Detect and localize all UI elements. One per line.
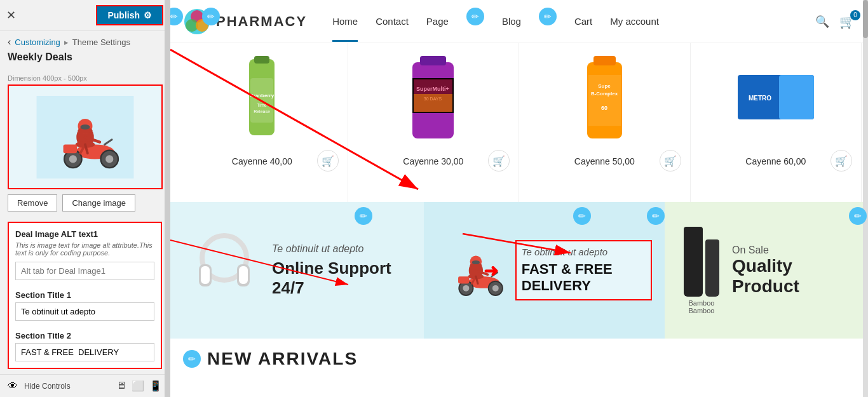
bamboo-tube-small: [705, 239, 719, 297]
gear-icon: ⚙: [144, 10, 152, 20]
edit-pencil-arrivals[interactable]: ✏: [183, 350, 201, 368]
bamboo-tubes: [684, 227, 719, 297]
add-to-cart-2[interactable]: 🛒: [488, 150, 510, 172]
quality-title: Quality Product: [732, 256, 849, 297]
nav-myaccount[interactable]: My account: [610, 16, 659, 27]
section-title1-input[interactable]: [15, 302, 154, 321]
banner-delivery: Te obtinuit ut adepto FAST & FREE DELIVE…: [424, 202, 665, 339]
product-card-4: METRO 🛒 Cayenne 60,00: [691, 43, 862, 202]
alt-text-input[interactable]: [15, 262, 154, 280]
edit-pencil-banner1[interactable]: ✏: [355, 207, 372, 225]
cart-icon[interactable]: 🛒 0: [839, 14, 855, 29]
cart-badge: 0: [850, 10, 860, 20]
hide-icon: 👁: [8, 380, 18, 392]
remove-image-button[interactable]: Remove: [8, 194, 57, 212]
svg-point-56: [492, 285, 499, 291]
svg-rect-21: [254, 56, 269, 64]
publish-label: Publish: [107, 10, 140, 20]
svg-text:METRO: METRO: [749, 95, 771, 102]
breadcrumb-separator: ▸: [64, 37, 69, 47]
banner-left-title: Online Support 24/7: [272, 259, 405, 298]
new-arrivals-heading: NEW ARRIVALS: [207, 349, 358, 369]
edit-pencil-nav1[interactable]: ✏: [170, 8, 183, 25]
svg-point-58: [463, 285, 469, 291]
logo-area: PHARMACY: [183, 8, 307, 36]
banner-left-text: Te obtinuit ut adepto Online Support 24/…: [272, 243, 405, 298]
add-to-cart-4[interactable]: 🛒: [831, 150, 852, 172]
left-panel: ✕ Publish ⚙ ‹ Customizing ▸ Theme Settin…: [0, 0, 170, 397]
section-title2-input[interactable]: [15, 343, 154, 361]
cranberry-bottle-img: Cranberry Time Release: [236, 53, 287, 148]
edit-pencil-banner3[interactable]: ✏: [647, 207, 665, 225]
product-name-4: Cayenne 60,00: [745, 156, 806, 166]
image-preview-section: Dimension 400px - 500px: [0, 69, 170, 217]
product-img-2: SuperMulti+ 30 DAYS: [355, 50, 513, 151]
svg-point-4: [80, 124, 90, 130]
banner-left-subtitle: Te obtinuit ut adepto: [272, 243, 405, 255]
breadcrumb-theme-settings[interactable]: Theme Settings: [72, 37, 130, 47]
product-name-1: Cayenne 40,00: [232, 156, 292, 166]
banner-section: ✏ ✏ ✏ ✏ Te obtinuit ut adepto Online Sup…: [170, 202, 868, 339]
image-box: [8, 84, 163, 189]
svg-rect-32: [414, 94, 452, 112]
mobile-icon[interactable]: 📱: [149, 380, 162, 392]
metro-box-img: METRO: [735, 72, 817, 129]
edit-pencil-nav2[interactable]: ✏: [202, 8, 220, 25]
product-img-3: Supe B-Complex 60: [526, 50, 684, 151]
svg-rect-12: [64, 144, 77, 153]
product-name-3: Cayenne 50,00: [574, 156, 635, 166]
scrollbar[interactable]: [165, 0, 170, 397]
nav-cart[interactable]: Cart: [574, 16, 592, 27]
tablet-icon[interactable]: ⬜: [132, 380, 144, 392]
add-to-cart-3[interactable]: 🛒: [660, 150, 681, 172]
svg-rect-40: [779, 75, 814, 119]
main-scrollbar[interactable]: [863, 0, 868, 397]
product-name-2: Cayenne 30,00: [403, 156, 463, 166]
close-button[interactable]: ✕: [6, 8, 16, 22]
back-arrow-icon[interactable]: ‹: [8, 36, 11, 48]
product-card-2: SuperMulti+ 30 DAYS 🛒 Cayenne 30,00: [348, 43, 520, 202]
svg-rect-27: [420, 56, 446, 65]
scrollbar-thumb: [863, 0, 868, 38]
product-card-1: Cranberry Time Release 🛒 Cayenne 40,00: [177, 43, 348, 202]
scooter-illustration: [34, 96, 136, 178]
search-icon[interactable]: 🔍: [815, 15, 829, 29]
right-arrow-icon: ➜: [484, 260, 498, 281]
main-area: ✏ ✏ PHARMACY Home Contact Page ✏ Blog ✏ …: [170, 0, 868, 397]
svg-point-9: [105, 155, 113, 163]
dimension-label: Dimension 400px - 500px: [8, 74, 162, 82]
supermulti-bottle-img: SuperMulti+ 30 DAYS: [406, 53, 460, 148]
edit-pencil-blog[interactable]: ✏: [466, 8, 484, 25]
nav-contact[interactable]: Contact: [376, 16, 409, 27]
bamboo-tube-big: [684, 227, 703, 297]
edit-pencil-banner2[interactable]: ✏: [573, 207, 591, 225]
breadcrumb-customizing[interactable]: Customizing: [15, 37, 60, 47]
bamboo-label: BambooBamboo: [689, 299, 715, 314]
navbar: ✏ ✏ PHARMACY Home Contact Page ✏ Blog ✏ …: [170, 0, 868, 43]
product-card-3: Supe B-Complex 60 🛒 Cayenne 50,00: [519, 43, 691, 202]
publish-button[interactable]: Publish ⚙: [96, 5, 163, 25]
edit-pencil-blog2[interactable]: ✏: [539, 8, 557, 25]
banner-middle-subtitle: Te obtinuit ut adepto: [522, 246, 646, 257]
hide-controls-button[interactable]: Hide Controls: [24, 382, 71, 391]
top-bar: ✕ Publish ⚙: [0, 0, 170, 31]
products-section: Cranberry Time Release 🛒 Cayenne 40,00 S…: [170, 43, 868, 202]
svg-rect-59: [458, 276, 469, 283]
add-to-cart-1[interactable]: 🛒: [317, 150, 339, 172]
banner-online-support: Te obtinuit ut adepto Online Support 24/…: [170, 202, 424, 339]
red-box-delivery: Te obtinuit ut adepto FAST & FREE DELIVE…: [515, 240, 652, 300]
nav-home[interactable]: Home: [332, 16, 358, 27]
product-img-1: Cranberry Time Release: [183, 50, 341, 151]
form-section: Deal Image ALT text1 This is image text …: [8, 222, 162, 369]
delivery-text-box: Te obtinuit ut adepto FAST & FREE DELIVE…: [515, 240, 652, 300]
edit-pencil-banner4[interactable]: ✏: [849, 207, 867, 225]
nav-blog[interactable]: Blog: [502, 16, 521, 27]
nav-page[interactable]: Page: [426, 16, 449, 27]
new-arrivals-section: ✏ NEW ARRIVALS: [170, 339, 868, 379]
deal-image-alt-desc: This is image text for image alt attribu…: [15, 241, 154, 257]
deal-image-alt-label: Deal Image ALT text1: [15, 229, 154, 239]
svg-rect-38: [588, 75, 621, 126]
desktop-icon[interactable]: 🖥: [116, 380, 126, 392]
change-image-button[interactable]: Change image: [62, 194, 135, 212]
section-title2-label: Section Title 2: [15, 331, 154, 340]
